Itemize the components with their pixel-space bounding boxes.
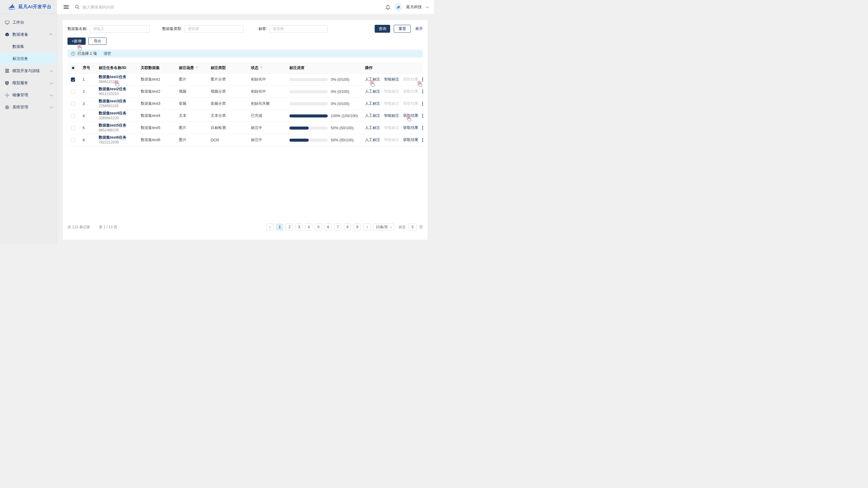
row-checkbox[interactable] bbox=[71, 138, 75, 142]
more-actions-icon[interactable] bbox=[422, 114, 423, 118]
row-index: 4 bbox=[79, 114, 97, 118]
row-type: 文本分类 bbox=[209, 113, 249, 118]
sidebar-item-system-mgmt[interactable]: 系统管理 bbox=[0, 101, 57, 113]
fetch-result-link[interactable]: 获取结果 bbox=[403, 101, 418, 106]
task-name-link[interactable]: 数据集test4任务 bbox=[99, 111, 126, 116]
user-name[interactable]: 延凡科技 bbox=[406, 4, 422, 10]
manual-annotate-link[interactable]: 人工标注 bbox=[365, 113, 380, 118]
status-filter-icon[interactable] bbox=[260, 66, 263, 69]
sidebar-item-annotation-task[interactable]: 标注任务 bbox=[0, 53, 57, 65]
export-button[interactable]: 导出 bbox=[88, 37, 106, 45]
page-size-select[interactable]: 10条/页 bbox=[373, 223, 394, 231]
dataset-type-select[interactable]: 请选择 bbox=[185, 25, 243, 33]
smart-annotate-link[interactable]: 智能标注 bbox=[384, 77, 399, 82]
row-checkbox[interactable] bbox=[71, 90, 75, 94]
next-page-button[interactable] bbox=[363, 223, 370, 231]
clear-selection-link[interactable]: 清空 bbox=[103, 51, 111, 56]
sidebar-item-model-dev[interactable]: 模型开发与训练 bbox=[0, 65, 57, 77]
add-button[interactable]: +新增 bbox=[67, 37, 86, 45]
manual-annotate-link[interactable]: 人工标注 bbox=[365, 138, 380, 143]
progress-label: 0% (0/100) bbox=[331, 78, 349, 82]
chevron-down-icon bbox=[50, 105, 53, 109]
progress-label: 0% (0/100) bbox=[331, 90, 349, 94]
chevron-right-icon bbox=[365, 225, 368, 228]
page-button-7[interactable]: 7 bbox=[334, 223, 341, 231]
row-dataset: 数据集test2 bbox=[139, 89, 177, 94]
fetch-result-link[interactable]: 获取结果 bbox=[403, 125, 418, 130]
fetch-result-link[interactable]: 获取结果 bbox=[403, 77, 418, 82]
user-menu-chevron-icon[interactable] bbox=[426, 5, 429, 8]
expand-link[interactable]: 展开 bbox=[415, 26, 423, 31]
model-dev-icon bbox=[4, 68, 9, 73]
sidebar-item-workbench[interactable]: 工作台 bbox=[0, 17, 57, 28]
progress-label: 50% (50/100) bbox=[331, 126, 353, 130]
page-button-6[interactable]: 6 bbox=[324, 223, 332, 231]
page-button-3[interactable]: 3 bbox=[296, 223, 303, 231]
fetch-result-link[interactable]: 获取结果 bbox=[403, 89, 418, 94]
row-actions-cell: 人工标注 智能标注 获取结果 bbox=[362, 138, 427, 143]
notification-bell-icon[interactable] bbox=[385, 4, 391, 10]
jump-suffix-label: 页 bbox=[419, 225, 423, 230]
dataset-name-input[interactable] bbox=[90, 25, 150, 33]
task-name-link[interactable]: 数据集test6任务 bbox=[99, 135, 126, 140]
more-actions-icon[interactable] bbox=[422, 78, 423, 82]
col-status: 状态 bbox=[249, 65, 288, 70]
jump-page-input[interactable] bbox=[408, 223, 417, 231]
task-name-link[interactable]: 数据集test2任务 bbox=[99, 87, 126, 92]
selection-count-text: 已选择 1 项 bbox=[78, 51, 97, 56]
prev-page-button[interactable] bbox=[266, 223, 274, 231]
query-button[interactable]: 查询 bbox=[375, 25, 390, 33]
scene-filter-icon[interactable] bbox=[195, 66, 198, 69]
data-prep-icon bbox=[4, 32, 9, 37]
info-icon: ! bbox=[71, 52, 75, 56]
task-name-link[interactable]: 数据集test3任务 bbox=[99, 99, 126, 104]
more-actions-icon[interactable] bbox=[422, 90, 423, 94]
page-size-value: 10条/页 bbox=[376, 225, 388, 230]
row-type: 视频分类 bbox=[209, 89, 249, 94]
more-actions-icon[interactable] bbox=[422, 126, 423, 130]
search-input[interactable] bbox=[83, 5, 204, 9]
tag-label: 标签: bbox=[258, 26, 267, 31]
page-button-2[interactable]: 2 bbox=[286, 223, 293, 231]
task-id: 8652488105 bbox=[99, 128, 126, 132]
reset-button[interactable]: 重置 bbox=[394, 25, 411, 33]
page-button-1[interactable]: 1 bbox=[276, 223, 283, 231]
sidebar-item-image-mgmt[interactable]: 镜像管理 bbox=[0, 89, 57, 101]
row-checkbox[interactable] bbox=[71, 126, 75, 130]
row-checkbox[interactable] bbox=[71, 78, 75, 82]
table-header-row: 序号 标注任务名称/ID 关联数据集 标注场景 标注类型 状态 标注进度 操作 bbox=[67, 62, 423, 73]
row-checkbox[interactable] bbox=[71, 102, 75, 106]
page-button-8[interactable]: 8 bbox=[344, 223, 351, 231]
task-id: 9611210210 bbox=[99, 92, 126, 96]
smart-annotate-link[interactable]: 智能标注 bbox=[384, 113, 399, 118]
select-all-checkbox[interactable] bbox=[71, 66, 75, 70]
smart-annotate-link[interactable]: 智能标注 bbox=[384, 138, 399, 143]
page-button-9[interactable]: 9 bbox=[353, 223, 361, 231]
sidebar-item-data-prep[interactable]: 数据准备 bbox=[0, 28, 57, 40]
smart-annotate-link[interactable]: 智能标注 bbox=[384, 89, 399, 94]
tag-select[interactable]: 请选择 bbox=[269, 25, 328, 33]
row-scene: 图片 bbox=[177, 77, 209, 82]
hamburger-menu-icon[interactable] bbox=[64, 5, 69, 9]
row-name-cell: 数据集test6任务 7822212005 bbox=[97, 135, 139, 145]
smart-annotate-link[interactable]: 智能标注 bbox=[384, 125, 399, 130]
page-button-5[interactable]: 5 bbox=[315, 223, 322, 231]
manual-annotate-link[interactable]: 人工标注 bbox=[365, 89, 380, 94]
row-dataset: 数据集test4 bbox=[139, 113, 177, 118]
row-checkbox[interactable] bbox=[71, 114, 75, 118]
task-name-link[interactable]: 数据集test5任务 bbox=[99, 123, 126, 128]
more-actions-icon[interactable] bbox=[422, 138, 423, 142]
fetch-result-link[interactable]: 获取结果 bbox=[403, 113, 418, 118]
manual-annotate-link[interactable]: 人工标注 bbox=[365, 77, 380, 82]
sidebar-item-dataset[interactable]: 数据集 bbox=[0, 40, 57, 53]
task-name-link[interactable]: 数据集test1任务 bbox=[99, 75, 126, 80]
manual-annotate-link[interactable]: 人工标注 bbox=[365, 125, 380, 130]
page-button-4[interactable]: 4 bbox=[305, 223, 312, 231]
fetch-result-link[interactable]: 获取结果 bbox=[403, 138, 418, 143]
progress-bar-fill bbox=[289, 139, 309, 142]
smart-annotate-link[interactable]: 智能标注 bbox=[384, 101, 399, 106]
user-avatar[interactable] bbox=[394, 3, 402, 11]
more-actions-icon[interactable] bbox=[422, 102, 423, 105]
manual-annotate-link[interactable]: 人工标注 bbox=[365, 101, 380, 106]
sidebar-item-model-service[interactable]: 模型服务 bbox=[0, 77, 57, 89]
